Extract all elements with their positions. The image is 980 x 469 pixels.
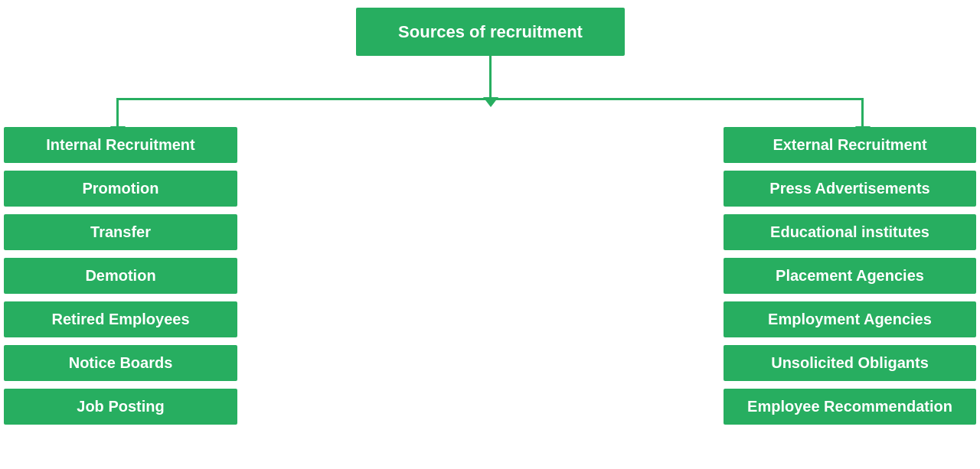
horizontal-line [116, 98, 864, 100]
left-item-2: Demotion [4, 258, 237, 294]
right-column: External Recruitment Press Advertisement… [724, 127, 976, 425]
internal-recruitment-header: Internal Recruitment [4, 127, 237, 163]
right-item-2: Placement Agencies [724, 258, 976, 294]
arrow-down-root [489, 56, 492, 98]
right-item-0: Press Advertisements [724, 171, 976, 207]
arrow-right-branch [861, 98, 864, 127]
left-item-4: Notice Boards [4, 345, 237, 381]
left-column: Internal Recruitment Promotion Transfer … [4, 127, 237, 425]
root-title: Sources of recruitment [398, 22, 583, 42]
external-recruitment-header: External Recruitment [724, 127, 976, 163]
left-item-5: Job Posting [4, 389, 237, 425]
diagram-container: Sources of recruitment Internal Recruitm… [0, 0, 980, 469]
root-box: Sources of recruitment [356, 8, 625, 56]
right-item-1: Educational institutes [724, 214, 976, 250]
right-item-3: Employment Agencies [724, 301, 976, 337]
arrow-left-branch [116, 98, 119, 127]
right-item-4: Unsolicited Obligants [724, 345, 976, 381]
left-item-3: Retired Employees [4, 301, 237, 337]
right-item-5: Employee Recommendation [724, 389, 976, 425]
left-item-0: Promotion [4, 171, 237, 207]
left-item-1: Transfer [4, 214, 237, 250]
